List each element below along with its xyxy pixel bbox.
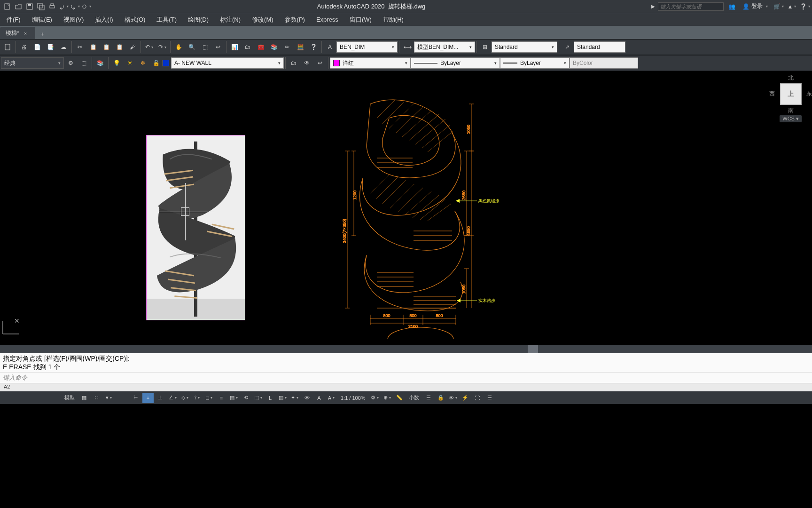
- mleader-style-dropdown[interactable]: Standard: [574, 41, 625, 53]
- snap-icon[interactable]: ⸬: [91, 393, 102, 403]
- help-icon[interactable]: ❔: [307, 41, 320, 53]
- lineweight-dropdown[interactable]: ByLayer▾: [500, 57, 570, 69]
- mleader-style-icon[interactable]: ↗: [561, 41, 573, 53]
- zoom-previous-icon[interactable]: ↩: [212, 41, 224, 53]
- layout-tab[interactable]: A2: [0, 383, 812, 391]
- units-label[interactable]: 小数: [406, 394, 422, 401]
- selection-cycling-icon[interactable]: ⟲: [240, 393, 251, 403]
- menu-view[interactable]: 视图(V): [59, 14, 88, 26]
- close-icon[interactable]: ×: [24, 31, 27, 36]
- lock-ui-icon[interactable]: 🔒: [435, 393, 446, 403]
- snap-settings-icon[interactable]: ▾: [103, 393, 114, 403]
- osnap-2d-icon[interactable]: □: [203, 393, 215, 403]
- redo-icon[interactable]: [70, 1, 80, 12]
- workspace-switch-icon[interactable]: ⚙: [369, 393, 381, 403]
- annotation-scale-icon[interactable]: A: [326, 393, 337, 403]
- save-icon[interactable]: [24, 1, 35, 12]
- markup-icon[interactable]: ✏: [281, 41, 293, 53]
- table-style-dropdown[interactable]: Standard▾: [492, 41, 557, 53]
- reference-image[interactable]: [146, 135, 245, 320]
- osnap-tracking-icon[interactable]: ⟟: [191, 393, 203, 403]
- dim-style-dropdown[interactable]: 模型BEN_DIM...▾: [414, 41, 475, 53]
- tool-palettes-icon[interactable]: 🧰: [255, 41, 267, 53]
- plot-cloud-icon[interactable]: ☁: [57, 41, 70, 53]
- transparency-icon[interactable]: ▤: [228, 393, 239, 403]
- menu-window[interactable]: 窗口(W): [345, 14, 376, 26]
- matchprop-icon[interactable]: 🖌: [126, 41, 139, 53]
- linetype-dropdown[interactable]: ByLayer▾: [411, 57, 500, 69]
- print-icon[interactable]: 🖨: [18, 41, 30, 53]
- menu-edit[interactable]: 编辑(E): [27, 14, 57, 26]
- print-icon[interactable]: [47, 1, 57, 12]
- designcenter-icon[interactable]: 🗂: [242, 41, 254, 53]
- annotation-monitor-icon[interactable]: ⊕: [382, 393, 393, 403]
- command-input[interactable]: 键入命令: [0, 372, 812, 383]
- search-input[interactable]: [658, 2, 724, 11]
- ortho-icon[interactable]: ⊥: [155, 393, 166, 403]
- saveas-icon[interactable]: [36, 1, 46, 12]
- undo-icon[interactable]: ↶: [143, 41, 155, 53]
- menu-dimension[interactable]: 标注(N): [215, 14, 245, 26]
- viewcube-north[interactable]: 北: [780, 74, 802, 82]
- menu-file[interactable]: 件(F): [2, 14, 25, 26]
- paste-icon[interactable]: 📋: [113, 41, 125, 53]
- status-model[interactable]: 模型: [62, 394, 78, 401]
- layer-dropdown[interactable]: A- NEW WALL▾: [171, 57, 284, 69]
- autodesk-app-icon[interactable]: ▲: [787, 1, 797, 12]
- help-icon[interactable]: ❔: [800, 1, 810, 12]
- grid-icon[interactable]: ▦: [78, 393, 90, 403]
- publish-icon[interactable]: 📑: [44, 41, 56, 53]
- isolate-objects-icon[interactable]: 👁: [447, 393, 459, 403]
- doc-tab[interactable]: 楼梯* ×: [0, 27, 35, 39]
- workspace-dropdown[interactable]: 经典▾: [1, 57, 64, 69]
- horizontal-scrollbar[interactable]: [0, 345, 812, 353]
- menu-help[interactable]: 帮助(H): [378, 14, 408, 26]
- color-dropdown[interactable]: 洋红▾: [330, 57, 411, 69]
- zoom-label[interactable]: 1:1 / 100%: [338, 395, 368, 401]
- undo-icon[interactable]: [58, 1, 69, 12]
- annotation-auto-icon[interactable]: A: [313, 393, 325, 403]
- layer-manager-icon[interactable]: 📚: [94, 57, 106, 69]
- open-icon[interactable]: [13, 1, 23, 12]
- cart-icon[interactable]: 🛒: [773, 1, 784, 12]
- lineweight-icon[interactable]: ≡: [216, 393, 227, 403]
- menu-insert[interactable]: 插入(I): [90, 14, 117, 26]
- hardware-accel-icon[interactable]: ⚡: [460, 393, 471, 403]
- isoplane-icon[interactable]: ◇: [179, 393, 190, 403]
- text-style-dropdown[interactable]: BEN_DIM▾: [336, 41, 398, 53]
- constraint-icon[interactable]: ⊢: [130, 393, 141, 403]
- cad-drawing[interactable]: 1050 2650 4650 1050 1200 3400(7×350): [334, 90, 508, 345]
- viewcube-west[interactable]: 西: [769, 90, 775, 98]
- quick-properties-icon[interactable]: ☰: [423, 393, 434, 403]
- viewcube-south[interactable]: 南: [780, 107, 802, 111]
- layer-state-icon[interactable]: 🗂: [288, 57, 300, 69]
- zoom-window-icon[interactable]: ⬚: [199, 41, 211, 53]
- viewcube-top[interactable]: 上: [780, 83, 802, 105]
- ucs-icon[interactable]: ✕: [1, 320, 22, 337]
- calculator-icon[interactable]: 🧮: [294, 41, 306, 53]
- login-button[interactable]: 👤 登录: [740, 2, 771, 10]
- menu-draw[interactable]: 绘图(D): [183, 14, 213, 26]
- table-style-icon[interactable]: ⊞: [479, 41, 491, 53]
- menu-parametric[interactable]: 参数(P): [280, 14, 310, 26]
- plot-preview-icon[interactable]: 📄: [31, 41, 43, 53]
- annotation-visibility-icon[interactable]: 👁: [301, 393, 312, 403]
- polar-icon[interactable]: ∠: [167, 393, 178, 403]
- drawing-canvas[interactable]: 北 南 西 东 上 WCS ▾: [0, 71, 812, 345]
- customize-icon[interactable]: [81, 1, 91, 12]
- viewcube-east[interactable]: 东: [806, 90, 812, 98]
- menu-express[interactable]: Express: [312, 14, 343, 25]
- gizmo-icon[interactable]: ✦: [289, 393, 300, 403]
- text-style-icon[interactable]: A: [324, 41, 336, 53]
- pan-icon[interactable]: ✋: [172, 41, 185, 53]
- viewcube[interactable]: 北 南 西 东 上 WCS ▾: [780, 81, 802, 122]
- units-icon[interactable]: 📏: [394, 393, 405, 403]
- infocenter-autodesk-icon[interactable]: 👥: [726, 1, 737, 12]
- layer-isolate-icon[interactable]: 👁: [301, 57, 313, 69]
- menu-format[interactable]: 格式(O): [120, 14, 150, 26]
- 3d-osnap-icon[interactable]: ⬚: [252, 393, 264, 403]
- scrollbar-thumb[interactable]: [528, 345, 538, 353]
- redo-icon[interactable]: ↷: [156, 41, 168, 53]
- properties-icon[interactable]: 📊: [228, 41, 241, 53]
- dynamic-input-icon[interactable]: +: [142, 393, 154, 403]
